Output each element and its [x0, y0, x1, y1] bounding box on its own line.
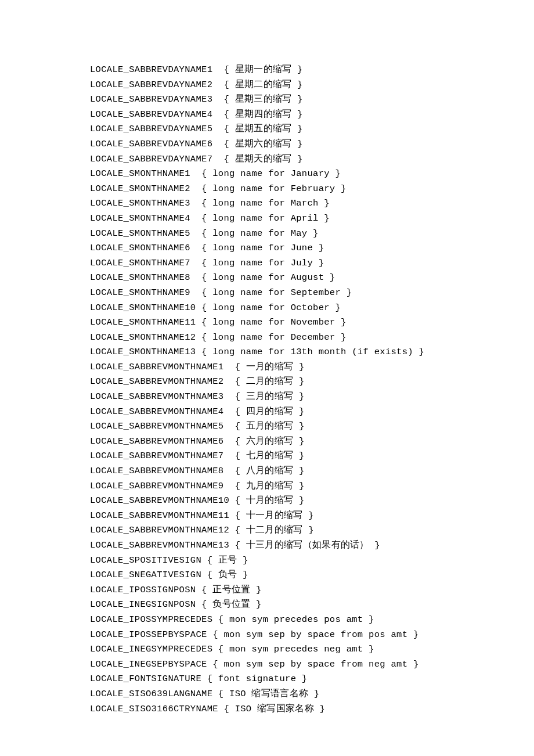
code-line: LOCALE_SABBREVMONTHNAME13 { 十三月的缩写（如果有的话…: [90, 538, 534, 553]
code-line: LOCALE_INEGSIGNPOSN { 负号位置 }: [90, 597, 534, 613]
code-line: LOCALE_INEGSEPBYSPACE { mon sym sep by s…: [90, 657, 534, 672]
code-line: LOCALE_SMONTHNAME3 { long name for March…: [90, 196, 534, 211]
code-line: LOCALE_SABBREVDAYNAME7 { 星期天的缩写 }: [90, 152, 534, 167]
code-line: LOCALE_SMONTHNAME8 { long name for Augus…: [90, 271, 534, 286]
code-line: LOCALE_SMONTHNAME4 { long name for April…: [90, 211, 534, 226]
code-line: LOCALE_SMONTHNAME7 { long name for July …: [90, 256, 534, 271]
code-line: LOCALE_SABBREVMONTHNAME1 { 一月的缩写 }: [90, 360, 534, 375]
code-line: LOCALE_SNEGATIVESIGN { 负号 }: [90, 568, 534, 583]
code-line: LOCALE_SABBREVMONTHNAME8 { 八月的缩写 }: [90, 464, 534, 479]
code-line: LOCALE_IPOSSYMPRECEDES { mon sym precede…: [90, 613, 534, 628]
code-line: LOCALE_SABBREVDAYNAME6 { 星期六的缩写 }: [90, 137, 534, 152]
code-line: LOCALE_SMONTHNAME1 { long name for Janua…: [90, 167, 534, 182]
code-line: LOCALE_SMONTHNAME5 { long name for May }: [90, 226, 534, 242]
code-line: LOCALE_SABBREVDAYNAME1 { 星期一的缩写 }: [90, 63, 534, 78]
code-line: LOCALE_SISO639LANGNAME { ISO 缩写语言名称 }: [90, 687, 534, 702]
code-line: LOCALE_SABBREVDAYNAME2 { 星期二的缩写 }: [90, 78, 534, 93]
code-line: LOCALE_SMONTHNAME2 { long name for Febru…: [90, 182, 534, 197]
code-line: LOCALE_SABBREVMONTHNAME9 { 九月的缩写 }: [90, 479, 534, 494]
code-line: LOCALE_SABBREVMONTHNAME10 { 十月的缩写 }: [90, 494, 534, 509]
code-line: LOCALE_INEGSYMPRECEDES { mon sym precede…: [90, 642, 534, 657]
code-line: LOCALE_FONTSIGNATURE { font signature }: [90, 672, 534, 687]
code-line: LOCALE_SABBREVMONTHNAME2 { 二月的缩写 }: [90, 375, 534, 390]
code-line: LOCALE_SABBREVMONTHNAME5 { 五月的缩写 }: [90, 419, 534, 434]
code-line: LOCALE_SMONTHNAME10 { long name for Octo…: [90, 301, 534, 316]
code-line: LOCALE_SMONTHNAME11 { long name for Nove…: [90, 315, 534, 330]
code-line: LOCALE_SMONTHNAME9 { long name for Septe…: [90, 286, 534, 301]
document-content: LOCALE_SABBREVDAYNAME1 { 星期一的缩写 } LOCALE…: [0, 0, 534, 717]
code-line: LOCALE_SABBREVMONTHNAME4 { 四月的缩写 }: [90, 405, 534, 420]
code-line: LOCALE_SPOSITIVESIGN { 正号 }: [90, 553, 534, 568]
code-line: LOCALE_SABBREVDAYNAME3 { 星期三的缩写 }: [90, 92, 534, 107]
code-line: LOCALE_SABBREVMONTHNAME7 { 七月的缩写 }: [90, 449, 534, 464]
code-line: LOCALE_SMONTHNAME13 { long name for 13th…: [90, 345, 534, 360]
code-line: LOCALE_SABBREVMONTHNAME11 { 十一月的缩写 }: [90, 509, 534, 524]
code-line: LOCALE_SABBREVDAYNAME4 { 星期四的缩写 }: [90, 107, 534, 123]
code-line: LOCALE_SISO3166CTRYNAME { ISO 缩写国家名称 }: [90, 702, 534, 717]
code-line: LOCALE_SABBREVMONTHNAME6 { 六月的缩写 }: [90, 434, 534, 449]
code-line: LOCALE_IPOSSEPBYSPACE { mon sym sep by s…: [90, 628, 534, 643]
code-line: LOCALE_IPOSSIGNPOSN { 正号位置 }: [90, 583, 534, 598]
code-line: LOCALE_SABBREVDAYNAME5 { 星期五的缩写 }: [90, 122, 534, 137]
code-line: LOCALE_SMONTHNAME6 { long name for June …: [90, 241, 534, 256]
code-line: LOCALE_SMONTHNAME12 { long name for Dece…: [90, 330, 534, 345]
code-line: LOCALE_SABBREVMONTHNAME12 { 十二月的缩写 }: [90, 523, 534, 538]
code-line: LOCALE_SABBREVMONTHNAME3 { 三月的缩写 }: [90, 390, 534, 405]
